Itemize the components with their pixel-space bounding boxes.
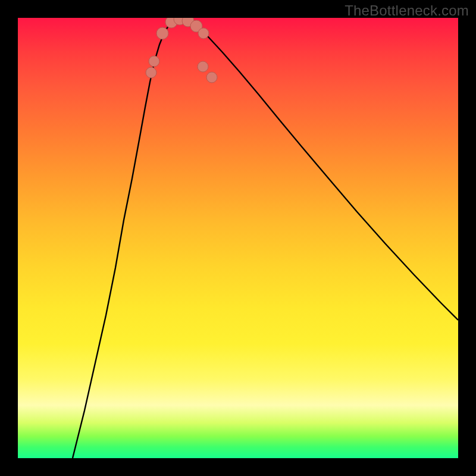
- data-marker: [206, 72, 217, 83]
- plot-area: [18, 18, 458, 458]
- data-marker: [198, 28, 209, 39]
- curve-left-path: [73, 18, 178, 458]
- curve-svg: [18, 18, 458, 458]
- curve-right-path: [178, 18, 458, 320]
- data-marker: [198, 61, 208, 72]
- chart-frame: TheBottleneck.com: [0, 0, 476, 476]
- data-marker: [149, 56, 159, 67]
- marker-group: [146, 18, 217, 83]
- data-marker: [156, 27, 168, 39]
- data-marker: [146, 67, 156, 78]
- watermark-text: TheBottleneck.com: [345, 2, 469, 19]
